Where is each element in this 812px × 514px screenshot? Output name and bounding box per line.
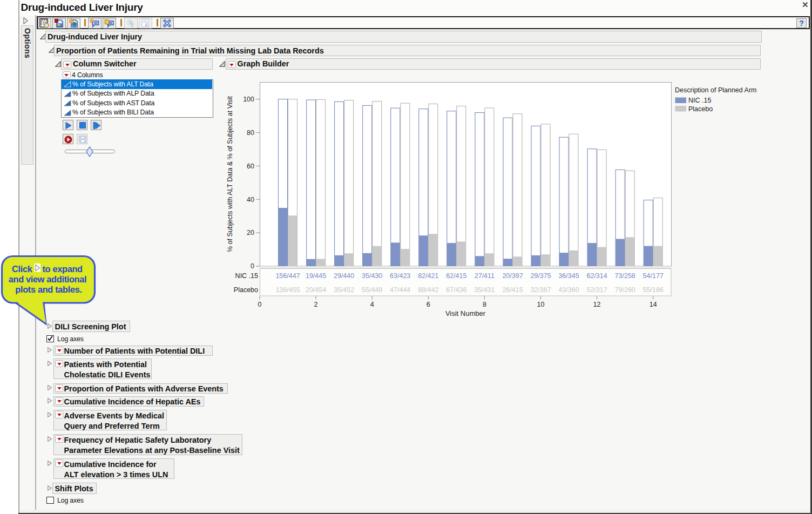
- svg-text:2: 2: [314, 301, 318, 308]
- svg-text:35/431: 35/431: [474, 286, 495, 294]
- svg-text:80: 80: [247, 129, 254, 137]
- svg-text:% of Subjects with ALT Data &: % of Subjects with ALT Data & % of Subje…: [226, 96, 234, 252]
- svg-text:12: 12: [593, 301, 601, 308]
- svg-text:0: 0: [251, 262, 254, 270]
- svg-text:20/397: 20/397: [502, 272, 523, 280]
- svg-text:138/455: 138/455: [275, 286, 300, 294]
- svg-text:6: 6: [427, 301, 430, 308]
- svg-text:35/430: 35/430: [362, 272, 382, 280]
- svg-text:and view additional: and view additional: [9, 274, 87, 284]
- svg-text:29/375: 29/375: [530, 272, 551, 280]
- svg-text:47/444: 47/444: [390, 286, 410, 294]
- svg-text:35/452: 35/452: [334, 286, 354, 294]
- svg-text:NIC .15: NIC .15: [235, 272, 258, 280]
- svg-text:32/387: 32/387: [530, 286, 551, 294]
- svg-text:62/415: 62/415: [446, 272, 466, 280]
- svg-text:10: 10: [537, 301, 545, 308]
- svg-text:29/440: 29/440: [334, 272, 354, 280]
- svg-text:27/411: 27/411: [475, 272, 495, 280]
- svg-text:36/345: 36/345: [558, 272, 579, 280]
- svg-text:19/445: 19/445: [306, 272, 326, 280]
- svg-text:8: 8: [483, 301, 486, 308]
- svg-text:88/442: 88/442: [418, 286, 438, 294]
- svg-text:62/314: 62/314: [586, 272, 607, 280]
- svg-text:Click: Click: [12, 264, 33, 274]
- svg-text:Placebo: Placebo: [234, 286, 258, 294]
- svg-text:20: 20: [247, 229, 254, 236]
- svg-text:82/421: 82/421: [418, 272, 438, 280]
- svg-text:Visit Number: Visit Number: [445, 309, 486, 317]
- svg-text:156/447: 156/447: [275, 272, 300, 280]
- svg-text:63/423: 63/423: [390, 272, 410, 280]
- svg-text:43/360: 43/360: [558, 286, 579, 294]
- svg-text:26/415: 26/415: [502, 286, 523, 294]
- svg-text:79/260: 79/260: [615, 286, 635, 294]
- svg-text:to expand: to expand: [43, 264, 83, 274]
- svg-text:0: 0: [258, 301, 262, 308]
- svg-text:100: 100: [243, 96, 254, 103]
- svg-text:plots and tables.: plots and tables.: [15, 285, 82, 294]
- svg-text:67/436: 67/436: [446, 286, 466, 294]
- svg-text:55/449: 55/449: [362, 286, 382, 294]
- svg-text:55/186: 55/186: [643, 286, 664, 294]
- svg-text:Description of Planned Arm: Description of Planned Arm: [675, 86, 756, 94]
- svg-text:52/317: 52/317: [586, 286, 607, 294]
- svg-text:60: 60: [247, 163, 254, 170]
- svg-text:4: 4: [370, 301, 374, 308]
- svg-text:40: 40: [247, 196, 254, 204]
- svg-text:20/454: 20/454: [306, 286, 326, 294]
- svg-text:73/258: 73/258: [615, 272, 635, 280]
- svg-text:14: 14: [649, 301, 657, 308]
- svg-text:NIC .15: NIC .15: [688, 97, 711, 104]
- svg-text:Placebo: Placebo: [688, 105, 713, 113]
- svg-text:54/177: 54/177: [643, 272, 664, 280]
